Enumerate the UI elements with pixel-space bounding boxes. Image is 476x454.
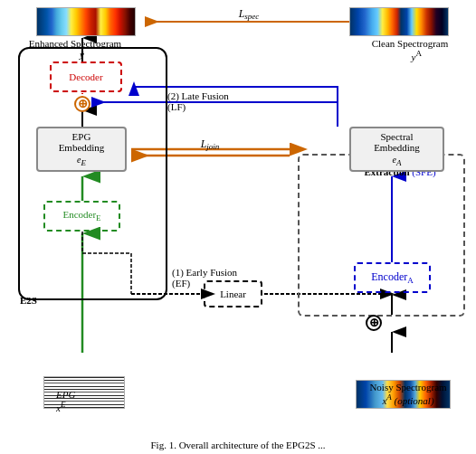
spectral-embedding-box: Spectral Embedding eA <box>349 127 444 172</box>
e2s-label: E2S <box>20 295 37 306</box>
late-fusion-label: (2) Late Fusion(LF) <box>167 90 276 112</box>
clean-spectrogram-image <box>350 8 448 35</box>
epg-label: EPG xE <box>56 389 75 413</box>
ya-label: yA <box>412 49 422 62</box>
noisy-spectrogram-label: Noisy Spectrogram xA (optional) <box>349 382 467 406</box>
ljoin-label: Ljoin <box>200 137 220 151</box>
epg-embedding-box: EPG Embedding eE <box>36 127 127 172</box>
enhanced-spectrogram-image <box>37 8 135 35</box>
encoder-e-box: EncoderE <box>43 201 120 232</box>
enhanced-spectrogram <box>36 7 136 36</box>
decoder-box: Decoder <box>50 61 122 92</box>
diagram: Lspec Ljoin <box>0 0 476 434</box>
clean-spectrogram-label: Clean Spectrogram <box>351 38 469 49</box>
clean-spectrogram <box>349 7 449 36</box>
encoder-a-box: EncoderA <box>354 262 431 293</box>
sfe-plus-circle: ⊕ <box>366 315 382 331</box>
early-fusion-label: (1) Early Fusion(EF) <box>172 267 271 288</box>
lspec-label: Lspec <box>238 7 260 21</box>
figure-caption: Fig. 1. Overall architecture of the EPG2… <box>0 440 476 450</box>
decoder-plus-circle: ⊕ <box>74 96 90 112</box>
